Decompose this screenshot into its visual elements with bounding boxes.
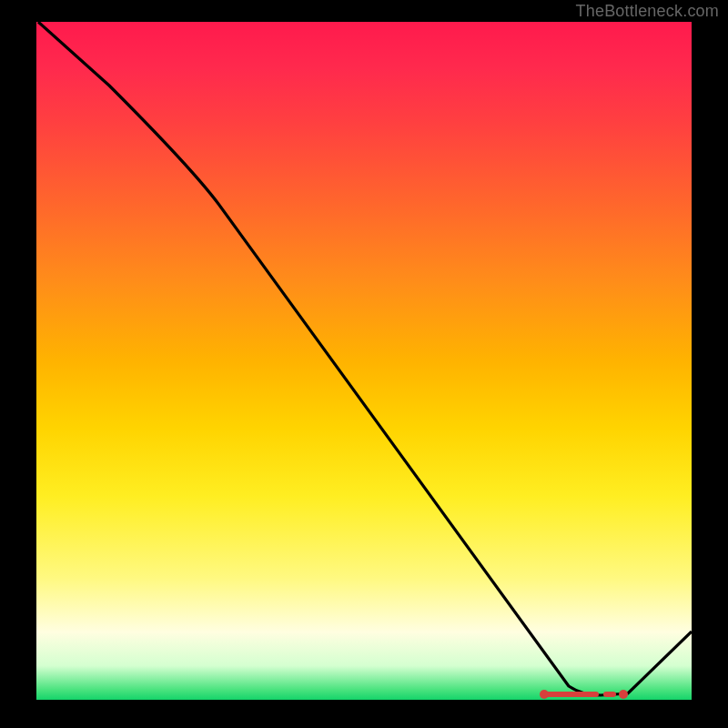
chart-frame: TheBottleneck.com	[0, 0, 728, 728]
attribution-text: TheBottleneck.com	[576, 2, 719, 21]
bottleneck-curve	[36, 22, 692, 700]
optimal-range-gap	[603, 692, 616, 697]
optimal-range-dot-left	[540, 690, 549, 699]
optimal-range-dot-right	[619, 690, 628, 699]
curve-path	[38, 22, 692, 695]
plot-area	[36, 22, 692, 700]
optimal-range-marker	[544, 692, 599, 697]
